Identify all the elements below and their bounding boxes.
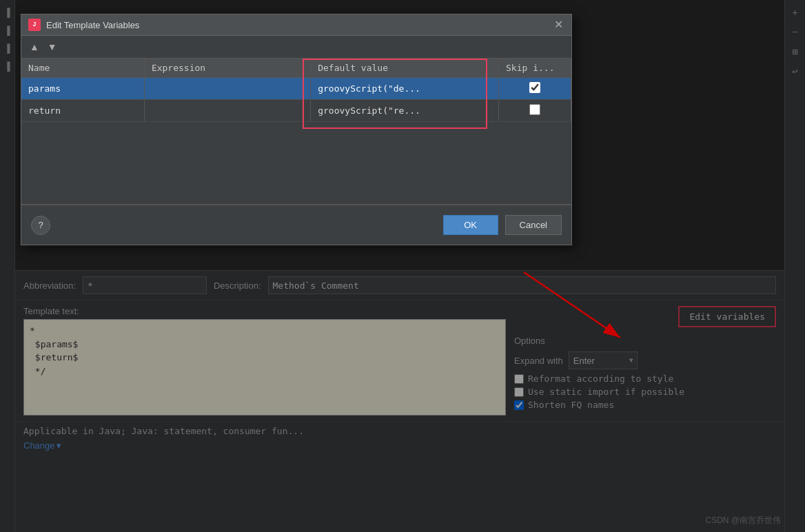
- col-skip-header: Skip i...: [499, 59, 571, 78]
- dialog-buttons-row: ? OK Cancel: [21, 205, 571, 245]
- table-empty-area: [21, 122, 571, 205]
- row-params-expression: [144, 78, 310, 100]
- dialog-titlebar: J Edit Template Variables ✕: [21, 14, 571, 36]
- ok-button[interactable]: OK: [443, 215, 498, 235]
- table-row[interactable]: params groovyScript("de...: [21, 78, 571, 100]
- row-params-skip-cell[interactable]: [499, 78, 571, 100]
- row-return-name: return: [21, 100, 144, 122]
- svg-line-1: [524, 272, 620, 338]
- row-params-name: params: [21, 78, 144, 100]
- row-return-expression: [144, 100, 310, 122]
- dialog-title-left: J Edit Template Variables: [28, 19, 139, 31]
- dialog-title-text: Edit Template Variables: [46, 20, 139, 30]
- help-button[interactable]: ?: [31, 216, 50, 235]
- variables-table-container: Name Expression Default value Skip i... …: [21, 59, 571, 205]
- table-row[interactable]: return groovyScript("re...: [21, 100, 571, 122]
- dialog-close-button[interactable]: ✕: [553, 19, 564, 30]
- col-expression-header: Expression: [144, 59, 310, 78]
- table-header-row: Name Expression Default value Skip i...: [21, 59, 571, 78]
- row-params-default-value: groovyScript("de...: [311, 78, 499, 100]
- move-up-button[interactable]: ▲: [27, 40, 42, 54]
- edit-template-variables-dialog: J Edit Template Variables ✕ ▲ ▼ Name Exp…: [21, 14, 572, 245]
- dialog-toolbar: ▲ ▼: [21, 36, 571, 59]
- params-skip-checkbox[interactable]: [529, 82, 540, 93]
- move-down-button[interactable]: ▼: [45, 40, 60, 54]
- cancel-button[interactable]: Cancel: [505, 215, 562, 235]
- variables-table: Name Expression Default value Skip i... …: [21, 59, 571, 122]
- row-return-default-value: groovyScript("re...: [311, 100, 499, 122]
- col-default-value-header: Default value: [311, 59, 499, 78]
- return-skip-checkbox[interactable]: [529, 104, 540, 115]
- dialog-overlay: J Edit Template Variables ✕ ▲ ▼ Name Exp…: [0, 0, 805, 532]
- row-return-skip-cell[interactable]: [499, 100, 571, 122]
- dialog-app-icon: J: [28, 19, 41, 31]
- col-name-header: Name: [21, 59, 144, 78]
